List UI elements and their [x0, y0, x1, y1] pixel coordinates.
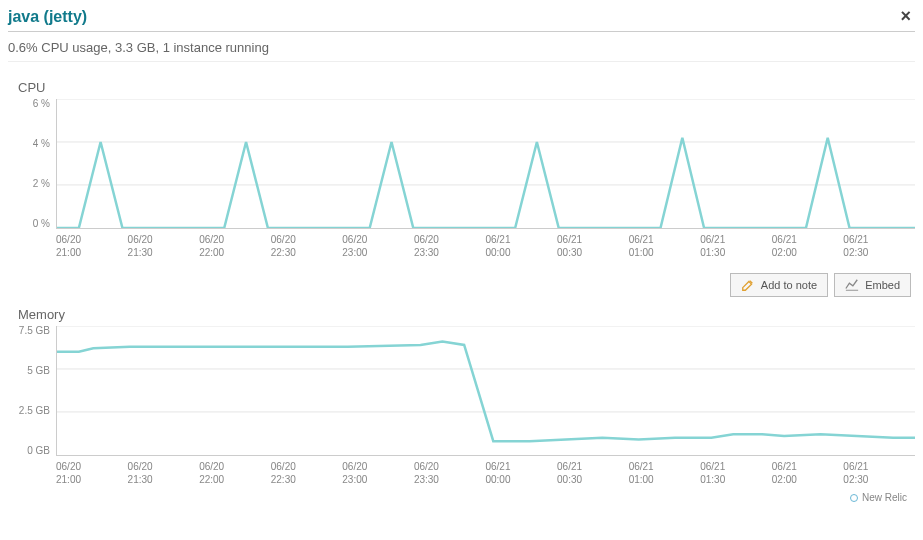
x-tick: 06/2021:30 — [128, 456, 200, 486]
x-tick: 06/2023:30 — [414, 456, 486, 486]
y-tick: 4 % — [33, 139, 50, 149]
x-tick: 06/2100:00 — [485, 229, 557, 259]
memory-y-axis: 7.5 GB 5 GB 2.5 GB 0 GB — [8, 326, 56, 456]
x-tick: 06/2021:00 — [56, 456, 128, 486]
cpu-plot — [56, 99, 915, 229]
embed-label: Embed — [865, 279, 900, 291]
add-to-note-button[interactable]: Add to note — [730, 273, 828, 297]
cpu-series-line — [57, 138, 915, 228]
x-tick: 06/2100:30 — [557, 456, 629, 486]
pencil-icon — [741, 278, 755, 292]
x-tick: 06/2102:00 — [772, 229, 844, 259]
y-tick: 6 % — [33, 99, 50, 109]
y-tick: 2.5 GB — [19, 406, 50, 416]
x-tick: 06/2101:00 — [629, 229, 701, 259]
x-tick: 06/2102:30 — [843, 229, 915, 259]
x-tick: 06/2021:30 — [128, 229, 200, 259]
x-tick: 06/2100:00 — [485, 456, 557, 486]
x-tick: 06/2023:00 — [342, 456, 414, 486]
y-tick: 7.5 GB — [19, 326, 50, 336]
chart-icon — [845, 278, 859, 292]
x-tick: 06/2102:00 — [772, 456, 844, 486]
x-tick: 06/2023:30 — [414, 229, 486, 259]
y-tick: 0 % — [33, 219, 50, 229]
x-tick: 06/2021:00 — [56, 229, 128, 259]
panel-header: java (jetty) × — [8, 0, 915, 32]
brand-footer: New Relic — [8, 492, 915, 503]
x-tick: 06/2022:30 — [271, 456, 343, 486]
memory-chart-title: Memory — [18, 307, 915, 322]
y-tick: 0 GB — [27, 446, 50, 456]
close-icon[interactable]: × — [896, 6, 915, 27]
x-tick: 06/2101:30 — [700, 229, 772, 259]
y-tick: 5 GB — [27, 366, 50, 376]
x-tick: 06/2023:00 — [342, 229, 414, 259]
x-tick: 06/2022:00 — [199, 456, 271, 486]
chart-toolbar: Add to note Embed — [730, 273, 911, 297]
process-panel: java (jetty) × 0.6% CPU usage, 3.3 GB, 1… — [0, 0, 923, 503]
x-tick: 06/2101:30 — [700, 456, 772, 486]
cpu-x-axis: 06/2021:0006/2021:3006/2022:0006/2022:30… — [56, 229, 915, 259]
y-tick: 2 % — [33, 179, 50, 189]
x-tick: 06/2022:00 — [199, 229, 271, 259]
memory-plot — [56, 326, 915, 456]
x-tick: 06/2102:30 — [843, 456, 915, 486]
cpu-chart: CPU 6 % 4 % 2 % 0 % 06/2021:0006/202 — [8, 80, 915, 259]
brand-icon — [850, 494, 858, 502]
x-tick: 06/2100:30 — [557, 229, 629, 259]
memory-chart: Memory 7.5 GB 5 GB 2.5 GB 0 GB 06/20 — [8, 307, 915, 486]
embed-button[interactable]: Embed — [834, 273, 911, 297]
memory-x-axis: 06/2021:0006/2021:3006/2022:0006/2022:30… — [56, 456, 915, 486]
brand-label: New Relic — [862, 492, 907, 503]
x-tick: 06/2022:30 — [271, 229, 343, 259]
panel-title: java (jetty) — [8, 8, 87, 26]
cpu-chart-title: CPU — [18, 80, 915, 95]
add-to-note-label: Add to note — [761, 279, 817, 291]
cpu-y-axis: 6 % 4 % 2 % 0 % — [8, 99, 56, 229]
memory-series-line — [57, 341, 915, 441]
x-tick: 06/2101:00 — [629, 456, 701, 486]
panel-subheader: 0.6% CPU usage, 3.3 GB, 1 instance runni… — [8, 32, 915, 62]
